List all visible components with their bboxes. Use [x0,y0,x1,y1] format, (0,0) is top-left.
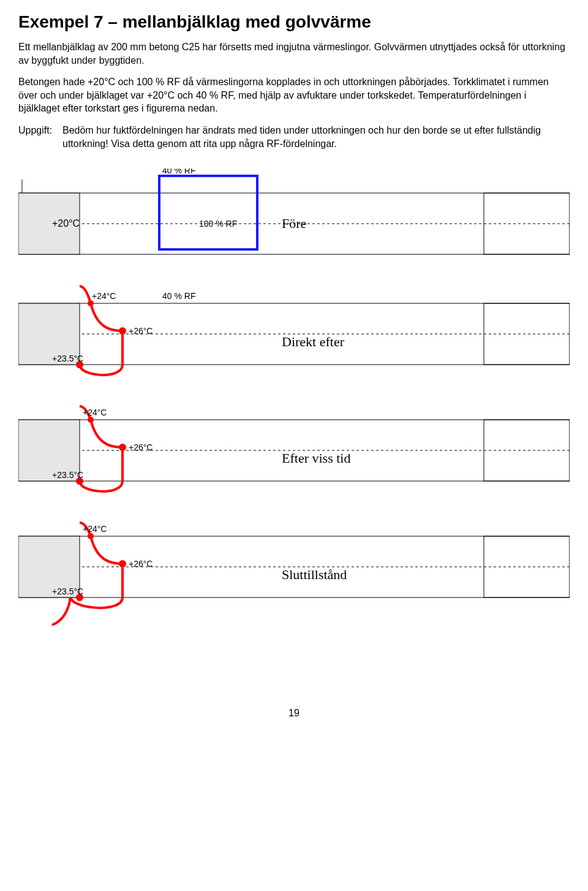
label-direkt: Direkt efter [282,334,345,349]
svg-rect-5 [159,176,257,249]
task-label: Uppgift: [18,124,62,137]
label-t26-2: +26°C [129,326,153,336]
svg-rect-3 [484,193,570,254]
label-t235-4: +23.5°C [52,586,83,596]
task-paragraph: Uppgift:Bedöm hur fuktfördelningen har ä… [18,124,570,150]
label-rf100: 100 % RF [199,219,237,229]
svg-point-19 [88,417,94,423]
panel-efter: +24°C +26°C +23.5°C Efter viss tid [18,406,570,491]
label-fore: Före [282,216,306,231]
label-slut: Sluttillstånd [282,567,347,582]
svg-point-24 [119,560,126,567]
svg-point-17 [119,444,126,451]
label-rf40-2: 40 % RF [162,291,195,301]
label-t24-3: +24°C [83,408,107,417]
svg-rect-23 [484,536,570,597]
page-title: Exempel 7 – mellanbjälklag med golvvärme [18,12,570,32]
svg-point-26 [88,533,94,539]
label-t26-3: +26°C [129,442,153,452]
diagram-stack: 40 % RF +20°C 100 % RF Före 40 % RF +24°… [18,169,570,677]
page-number: 19 [18,708,570,719]
svg-point-12 [88,300,94,306]
svg-rect-9 [484,303,570,365]
paragraph-2: Betongen hade +20°C och 100 % RF då värm… [18,75,570,115]
panel-slut: +24°C +26°C +23.5°C Sluttillstånd [18,523,570,625]
label-t235-2: +23.5°C [52,354,83,363]
svg-point-10 [119,327,126,335]
svg-rect-16 [484,420,570,481]
label-t20: +20°C [52,218,80,229]
label-t24-2: +24°C [92,291,116,301]
label-efter: Efter viss tid [282,450,350,466]
paragraph-1: Ett mellanbjälklag av 200 mm betong C25 … [18,40,570,67]
label-t26-4: +26°C [129,559,153,569]
label-t235-3: +23.5°C [52,470,83,480]
label-t24-4: +24°C [83,524,107,534]
task-text: Bedöm hur fuktfördelningen har ändrats m… [62,125,541,149]
temp-curve-3 [80,406,123,491]
diagram-svg: 40 % RF +20°C 100 % RF Före 40 % RF +24°… [18,169,570,677]
panel-direkt: 40 % RF +24°C +26°C +23.5°C Direkt efter [18,286,570,375]
label-rf40-1: 40 % RF [162,169,195,175]
panel-fore: 40 % RF +20°C 100 % RF Före [18,169,570,254]
